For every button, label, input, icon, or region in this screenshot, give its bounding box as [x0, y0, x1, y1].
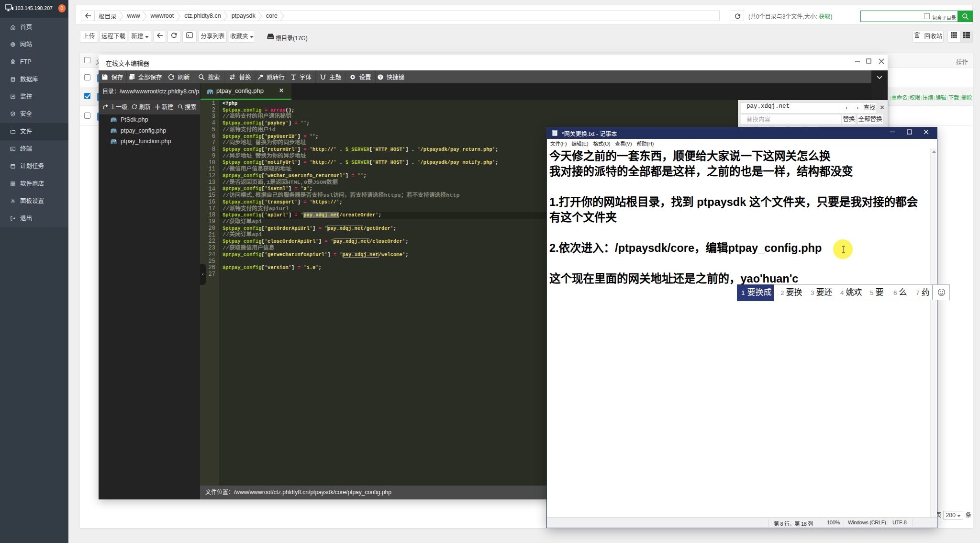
svg-text:?: ?	[379, 75, 382, 79]
